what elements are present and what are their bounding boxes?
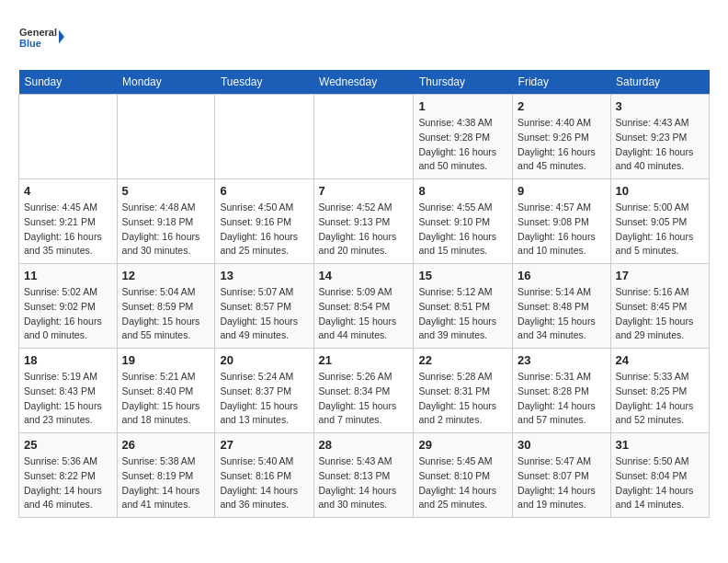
day-number: 14 — [319, 269, 409, 282]
day-info: Sunrise: 5:04 AMSunset: 8:59 PMDaylight:… — [122, 285, 210, 343]
day-info: Sunrise: 4:43 AMSunset: 9:23 PMDaylight:… — [616, 116, 704, 174]
calendar-cell: 9Sunrise: 4:57 AMSunset: 9:08 PMDaylight… — [513, 179, 611, 264]
week-row-0: 1Sunrise: 4:38 AMSunset: 9:28 PMDaylight… — [19, 95, 710, 179]
day-number: 17 — [616, 269, 704, 282]
day-info: Sunrise: 5:02 AMSunset: 9:02 PMDaylight:… — [24, 285, 112, 343]
col-header-sunday: Sunday — [19, 70, 118, 95]
calendar-cell: 22Sunrise: 5:28 AMSunset: 8:31 PMDayligh… — [414, 349, 513, 433]
day-info: Sunrise: 4:50 AMSunset: 9:16 PMDaylight:… — [220, 201, 308, 259]
day-number: 19 — [122, 353, 210, 367]
day-number: 2 — [518, 99, 606, 113]
day-number: 15 — [418, 269, 507, 282]
calendar-cell: 18Sunrise: 5:19 AMSunset: 8:43 PMDayligh… — [19, 349, 118, 433]
calendar-cell: 3Sunrise: 4:43 AMSunset: 9:23 PMDaylight… — [610, 95, 709, 179]
svg-text:Blue: Blue — [19, 38, 41, 49]
day-info: Sunrise: 4:55 AMSunset: 9:10 PMDaylight:… — [418, 201, 507, 259]
day-info: Sunrise: 4:57 AMSunset: 9:08 PMDaylight:… — [518, 201, 606, 259]
day-number: 6 — [220, 184, 308, 198]
calendar-cell: 27Sunrise: 5:40 AMSunset: 8:16 PMDayligh… — [215, 433, 313, 518]
day-info: Sunrise: 5:45 AMSunset: 8:10 PMDaylight:… — [418, 454, 507, 512]
calendar-cell: 5Sunrise: 4:48 AMSunset: 9:18 PMDaylight… — [117, 179, 215, 264]
calendar-cell: 31Sunrise: 5:50 AMSunset: 8:04 PMDayligh… — [610, 433, 709, 518]
calendar-cell: 25Sunrise: 5:36 AMSunset: 8:22 PMDayligh… — [19, 433, 118, 518]
day-info: Sunrise: 5:47 AMSunset: 8:07 PMDaylight:… — [518, 454, 606, 512]
calendar-cell: 30Sunrise: 5:47 AMSunset: 8:07 PMDayligh… — [513, 433, 611, 518]
col-header-wednesday: Wednesday — [313, 70, 414, 95]
header: General Blue — [18, 18, 710, 55]
day-number: 28 — [319, 438, 409, 452]
calendar-cell: 2Sunrise: 4:40 AMSunset: 9:26 PMDaylight… — [513, 95, 611, 179]
calendar-cell: 15Sunrise: 5:12 AMSunset: 8:51 PMDayligh… — [414, 264, 513, 349]
col-header-monday: Monday — [117, 70, 215, 95]
calendar-cell: 12Sunrise: 5:04 AMSunset: 8:59 PMDayligh… — [117, 264, 215, 349]
col-header-saturday: Saturday — [610, 70, 709, 95]
week-row-4: 25Sunrise: 5:36 AMSunset: 8:22 PMDayligh… — [19, 433, 710, 518]
day-number: 21 — [319, 353, 409, 367]
calendar-cell: 11Sunrise: 5:02 AMSunset: 9:02 PMDayligh… — [19, 264, 118, 349]
day-info: Sunrise: 5:19 AMSunset: 8:43 PMDaylight:… — [24, 370, 112, 428]
day-number: 8 — [418, 184, 507, 198]
day-info: Sunrise: 5:26 AMSunset: 8:34 PMDaylight:… — [319, 370, 409, 428]
day-info: Sunrise: 4:38 AMSunset: 9:28 PMDaylight:… — [418, 116, 507, 174]
day-number: 4 — [24, 184, 112, 198]
day-number: 13 — [220, 269, 308, 282]
calendar-cell: 10Sunrise: 5:00 AMSunset: 9:05 PMDayligh… — [610, 179, 709, 264]
calendar-cell — [19, 95, 118, 179]
calendar-cell: 23Sunrise: 5:31 AMSunset: 8:28 PMDayligh… — [513, 349, 611, 433]
day-info: Sunrise: 5:07 AMSunset: 8:57 PMDaylight:… — [220, 285, 308, 343]
calendar-cell: 19Sunrise: 5:21 AMSunset: 8:40 PMDayligh… — [117, 349, 215, 433]
calendar-cell: 21Sunrise: 5:26 AMSunset: 8:34 PMDayligh… — [313, 349, 414, 433]
day-number: 11 — [24, 269, 112, 282]
day-number: 10 — [616, 184, 704, 198]
calendar-cell: 26Sunrise: 5:38 AMSunset: 8:19 PMDayligh… — [117, 433, 215, 518]
col-header-friday: Friday — [513, 70, 611, 95]
day-number: 26 — [122, 438, 210, 452]
day-number: 24 — [616, 353, 704, 367]
calendar-cell: 4Sunrise: 4:45 AMSunset: 9:21 PMDaylight… — [19, 179, 118, 264]
day-number: 18 — [24, 353, 112, 367]
day-number: 3 — [616, 99, 704, 113]
calendar-cell: 7Sunrise: 4:52 AMSunset: 9:13 PMDaylight… — [313, 179, 414, 264]
calendar-cell: 13Sunrise: 5:07 AMSunset: 8:57 PMDayligh… — [215, 264, 313, 349]
day-info: Sunrise: 4:52 AMSunset: 9:13 PMDaylight:… — [319, 201, 409, 259]
day-info: Sunrise: 5:14 AMSunset: 8:48 PMDaylight:… — [518, 285, 606, 343]
calendar-cell — [313, 95, 414, 179]
calendar-cell: 6Sunrise: 4:50 AMSunset: 9:16 PMDaylight… — [215, 179, 313, 264]
day-number: 31 — [616, 438, 704, 452]
logo-svg: General Blue — [18, 18, 64, 55]
day-number: 5 — [122, 184, 210, 198]
calendar-table: SundayMondayTuesdayWednesdayThursdayFrid… — [18, 70, 710, 518]
day-info: Sunrise: 5:33 AMSunset: 8:25 PMDaylight:… — [616, 370, 704, 428]
week-row-1: 4Sunrise: 4:45 AMSunset: 9:21 PMDaylight… — [19, 179, 710, 264]
svg-text:General: General — [19, 27, 57, 38]
calendar-cell: 20Sunrise: 5:24 AMSunset: 8:37 PMDayligh… — [215, 349, 313, 433]
day-info: Sunrise: 4:48 AMSunset: 9:18 PMDaylight:… — [122, 201, 210, 259]
day-info: Sunrise: 5:36 AMSunset: 8:22 PMDaylight:… — [24, 454, 112, 512]
day-info: Sunrise: 5:21 AMSunset: 8:40 PMDaylight:… — [122, 370, 210, 428]
week-row-3: 18Sunrise: 5:19 AMSunset: 8:43 PMDayligh… — [19, 349, 710, 433]
calendar-cell: 17Sunrise: 5:16 AMSunset: 8:45 PMDayligh… — [610, 264, 709, 349]
day-info: Sunrise: 4:45 AMSunset: 9:21 PMDaylight:… — [24, 201, 112, 259]
day-info: Sunrise: 5:24 AMSunset: 8:37 PMDaylight:… — [220, 370, 308, 428]
logo: General Blue — [18, 18, 64, 55]
calendar-cell: 1Sunrise: 4:38 AMSunset: 9:28 PMDaylight… — [414, 95, 513, 179]
header-row: SundayMondayTuesdayWednesdayThursdayFrid… — [19, 70, 710, 95]
day-number: 20 — [220, 353, 308, 367]
day-number: 12 — [122, 269, 210, 282]
day-number: 23 — [518, 353, 606, 367]
day-number: 27 — [220, 438, 308, 452]
day-number: 1 — [418, 99, 507, 113]
day-info: Sunrise: 5:50 AMSunset: 8:04 PMDaylight:… — [616, 454, 704, 512]
day-number: 25 — [24, 438, 112, 452]
calendar-cell — [215, 95, 313, 179]
page: General Blue SundayMondayTuesdayWednesda… — [0, 0, 728, 536]
calendar-cell: 28Sunrise: 5:43 AMSunset: 8:13 PMDayligh… — [313, 433, 414, 518]
day-info: Sunrise: 5:38 AMSunset: 8:19 PMDaylight:… — [122, 454, 210, 512]
col-header-thursday: Thursday — [414, 70, 513, 95]
day-info: Sunrise: 5:43 AMSunset: 8:13 PMDaylight:… — [319, 454, 409, 512]
calendar-cell: 14Sunrise: 5:09 AMSunset: 8:54 PMDayligh… — [313, 264, 414, 349]
day-info: Sunrise: 5:28 AMSunset: 8:31 PMDaylight:… — [418, 370, 507, 428]
calendar-cell: 16Sunrise: 5:14 AMSunset: 8:48 PMDayligh… — [513, 264, 611, 349]
calendar-cell — [117, 95, 215, 179]
day-info: Sunrise: 5:31 AMSunset: 8:28 PMDaylight:… — [518, 370, 606, 428]
